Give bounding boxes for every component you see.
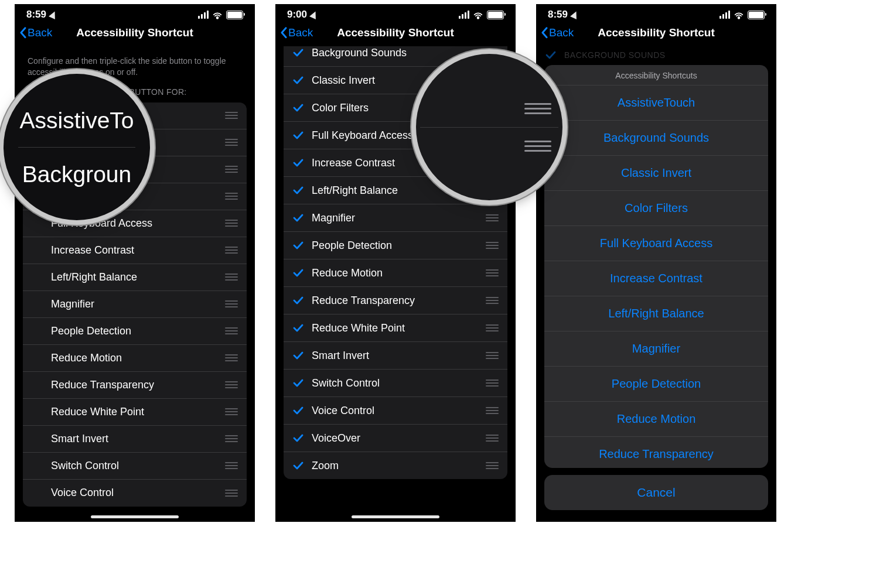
list-item[interactable]: Voice Control [284,397,507,425]
sheet-item[interactable]: Left/Right Balance [544,296,768,331]
home-indicator[interactable] [352,515,439,518]
drag-handle-icon[interactable] [224,300,238,307]
drag-handle-icon[interactable] [224,408,238,415]
item-label: Smart Invert [312,350,485,362]
drag-handle-icon[interactable] [485,214,499,221]
list-item[interactable]: Smart Invert [23,426,247,453]
list-item[interactable]: People Detection [284,232,507,259]
list-item[interactable]: Reduce Motion [284,259,507,287]
magnified-drag-row [420,128,559,165]
drag-handle-icon[interactable] [224,354,238,361]
list-item[interactable]: Zoom [284,452,507,479]
drag-handle-icon[interactable] [485,380,499,387]
nav-bar: Back Accessibility Shortcut [15,23,255,45]
item-label: Reduce White Point [51,406,224,418]
checkmark-icon [292,184,305,197]
list-item[interactable]: Reduce White Point [284,314,507,342]
drag-handle-icon[interactable] [224,435,238,442]
nav-bar: Back Accessibility Shortcut [536,23,776,45]
sheet-item[interactable]: Classic Invert [544,155,768,190]
list-item[interactable]: Voice Control [23,480,247,507]
list-item[interactable]: Reduce Transparency [284,287,507,314]
item-label: Reduce Transparency [312,295,485,307]
item-label: Reduce White Point [312,322,485,334]
item-label: Switch Control [51,460,224,472]
checkmark-icon [292,211,305,224]
cancel-button[interactable]: Cancel [544,475,768,510]
list-item[interactable]: Increase Contrast [23,237,247,264]
drag-handle-icon[interactable] [485,242,499,249]
checkmark-icon [292,46,305,59]
checkmark-icon [292,432,305,445]
checkmark-icon [544,49,557,61]
drag-handle-icon[interactable] [224,490,238,497]
list-item[interactable]: Switch Control [23,453,247,480]
list-item[interactable]: Left/Right Balance [23,264,247,291]
back-button[interactable]: Back [541,26,574,39]
sheet-item[interactable]: Full Keyboard Access [544,225,768,261]
list-item[interactable]: VoiceOver [284,425,507,452]
drag-handle-icon[interactable] [485,297,499,304]
drag-handle-icon[interactable] [224,247,238,254]
nav-bar: Back Accessibility Shortcut [275,23,516,45]
drag-handle-icon[interactable] [224,193,238,200]
drag-handle-icon[interactable] [485,462,499,469]
list-item[interactable]: Smart Invert [284,342,507,370]
list-item[interactable]: Reduce Transparency [23,372,247,399]
sheet-item[interactable]: Color Filters [544,190,768,225]
drag-handle-icon[interactable] [224,220,238,227]
sheet-item[interactable]: AssistiveTouch [544,85,768,120]
drag-handle-icon[interactable] [224,274,238,281]
drag-handle-icon[interactable] [485,324,499,331]
wifi-icon [734,11,744,19]
drag-handle-icon[interactable] [224,327,238,334]
back-label: Back [28,26,52,39]
action-sheet: Accessibility Shortcuts AssistiveTouchBa… [544,65,768,468]
drag-handle-icon[interactable] [224,166,238,173]
sheet-item[interactable]: Reduce Transparency [544,436,768,468]
sheet-item[interactable]: Background Sounds [544,120,768,155]
status-bar: 8:59 [15,4,255,23]
list-item[interactable]: People Detection [23,318,247,345]
list-item[interactable]: Magnifier [23,291,247,318]
sheet-item[interactable]: Magnifier [544,331,768,366]
list-item[interactable]: Reduce Motion [23,345,247,372]
drag-handle-icon[interactable] [485,269,499,276]
list-item[interactable]: Switch Control [284,370,507,397]
list-item[interactable]: Reduce White Point [23,399,247,426]
drag-handle-icon[interactable] [224,112,238,119]
sheet-title: Accessibility Shortcuts [544,65,768,85]
item-label: Switch Control [312,377,485,389]
checkmark-icon [292,404,305,417]
magnifier-overlay-left: AssistiveTo Backgroun [4,74,150,220]
page-title: Accessibility Shortcut [598,26,715,39]
drag-handle-icon[interactable] [224,462,238,469]
sheet-item[interactable]: Increase Contrast [544,261,768,296]
sheet-item[interactable]: Reduce Motion [544,401,768,436]
location-icon [49,10,58,19]
status-bar: 9:00 [275,4,516,23]
item-label: Magnifier [312,212,485,224]
item-label: VoiceOver [312,432,485,445]
drag-handle-icon[interactable] [485,435,499,442]
back-button[interactable]: Back [19,26,52,39]
home-indicator[interactable] [91,515,179,518]
bg-list-row: Background Sounds [536,45,776,65]
status-time: 8:59 [548,9,568,20]
item-label: Reduce Motion [51,352,224,364]
battery-icon [226,11,243,19]
magnified-row-label: Backgroun [22,162,131,187]
checkmark-icon [292,129,305,142]
drag-handle-icon[interactable] [524,141,551,152]
drag-handle-icon[interactable] [485,407,499,414]
back-button[interactable]: Back [280,26,313,39]
sheet-item[interactable]: People Detection [544,366,768,401]
list-item[interactable]: Magnifier [284,204,507,232]
item-label: Reduce Motion [312,267,485,279]
drag-handle-icon[interactable] [224,139,238,146]
intro-text: Configure and then triple-click the side… [15,45,255,81]
drag-handle-icon[interactable] [524,103,551,114]
drag-handle-icon[interactable] [485,352,499,359]
wifi-icon [473,11,483,19]
drag-handle-icon[interactable] [224,381,238,388]
